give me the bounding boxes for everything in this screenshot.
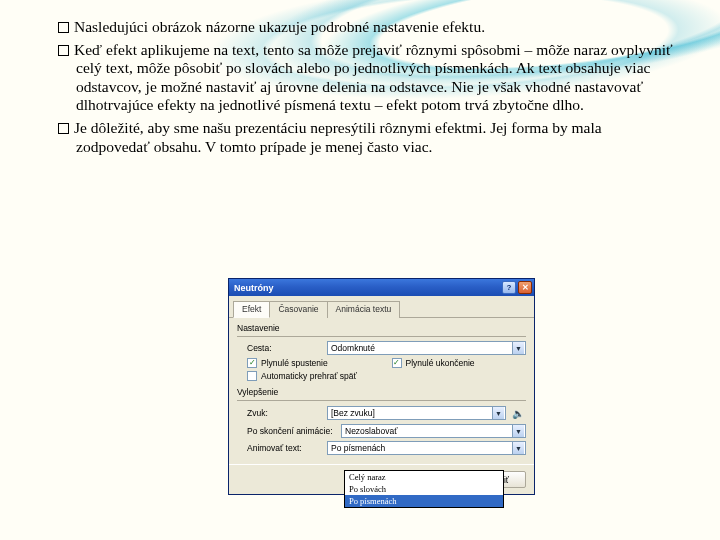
slide-text-block: Nasledujúci obrázok názorne ukazuje podr… (0, 0, 720, 156)
chevron-down-icon: ▼ (512, 425, 524, 437)
close-button[interactable]: ✕ (518, 281, 532, 294)
chevron-down-icon: ▼ (492, 407, 504, 419)
checkbox-icon: ✓ (392, 358, 402, 368)
dropdown-option[interactable]: Celý naraz (345, 471, 503, 483)
field-cesta[interactable]: Odomknuté ▼ (327, 341, 526, 355)
field-zvuk[interactable]: [Bez zvuku] ▼ (327, 406, 506, 420)
label-animovat-text: Animovať text: (237, 443, 323, 453)
dropdown-option-selected[interactable]: Po písmenách (345, 495, 503, 507)
bullet-icon (58, 45, 69, 56)
checkbox-auto-prehrat-spat[interactable]: Automaticky prehrať späť (237, 371, 526, 381)
animovat-text-dropdown[interactable]: Celý naraz Po slovách Po písmenách (344, 470, 504, 508)
tab-efekt[interactable]: Efekt (233, 301, 270, 318)
field-poskonceni[interactable]: Nezoslabovať ▼ (341, 424, 526, 438)
effect-options-dialog: Neutróny ? ✕ Efekt Časovanie Animácia te… (228, 278, 535, 495)
checkbox-plynule-spustenie[interactable]: ✓ Plynulé spustenie (237, 358, 382, 368)
option-label: Po písmenách (349, 496, 396, 506)
label-poskonceni: Po skončení animácie: (237, 426, 337, 436)
tab-label: Časovanie (278, 304, 318, 314)
chevron-down-icon: ▼ (512, 442, 524, 454)
bullet-icon (58, 123, 69, 134)
paragraph-text: Keď efekt aplikujeme na text, tento sa m… (74, 41, 673, 114)
field-value: [Bez zvuku] (331, 408, 375, 418)
field-value: Nezoslabovať (345, 426, 397, 436)
dialog-titlebar[interactable]: Neutróny ? ✕ (229, 279, 534, 296)
label-cesta: Cesta: (237, 343, 323, 353)
checkbox-label: Plynulé ukončenie (406, 358, 475, 368)
help-button[interactable]: ? (502, 281, 516, 294)
dialog-tabs: Efekt Časovanie Animácia textu (229, 296, 534, 318)
tab-animacia-textu[interactable]: Animácia textu (327, 301, 401, 318)
tab-label: Efekt (242, 304, 261, 314)
bullet-icon (58, 22, 69, 33)
checkbox-icon: ✓ (247, 358, 257, 368)
field-value: Odomknuté (331, 343, 375, 353)
field-animovat-text[interactable]: Po písmenách ▼ (327, 441, 526, 455)
label-zvuk: Zvuk: (237, 408, 323, 418)
checkbox-label: Plynulé spustenie (261, 358, 328, 368)
tab-casovanie[interactable]: Časovanie (269, 301, 327, 318)
option-label: Celý naraz (349, 472, 386, 482)
chevron-down-icon: ▼ (512, 342, 524, 354)
group-nastavenie-label: Nastavenie (237, 323, 526, 333)
option-label: Po slovách (349, 484, 386, 494)
bullet-paragraph: Nasledujúci obrázok názorne ukazuje podr… (58, 18, 678, 37)
group-vylepsenie-label: Vylepšenie (237, 387, 526, 397)
tab-label: Animácia textu (336, 304, 392, 314)
paragraph-text: Je dôležité, aby sme našu prezentáciu ne… (74, 119, 602, 155)
paragraph-text: Nasledujúci obrázok názorne ukazuje podr… (74, 18, 485, 35)
dialog-title: Neutróny (234, 283, 274, 293)
speaker-icon[interactable]: 🔈 (510, 405, 526, 421)
bullet-paragraph: Je dôležité, aby sme našu prezentáciu ne… (58, 119, 678, 156)
dialog-panel: Nastavenie Cesta: Odomknuté ▼ ✓ Plynulé … (229, 318, 534, 464)
checkbox-icon (247, 371, 257, 381)
checkbox-label: Automaticky prehrať späť (261, 371, 357, 381)
bullet-paragraph: Keď efekt aplikujeme na text, tento sa m… (58, 41, 678, 115)
dropdown-option[interactable]: Po slovách (345, 483, 503, 495)
checkbox-plynule-ukoncenie[interactable]: ✓ Plynulé ukončenie (382, 358, 527, 368)
field-value: Po písmenách (331, 443, 385, 453)
